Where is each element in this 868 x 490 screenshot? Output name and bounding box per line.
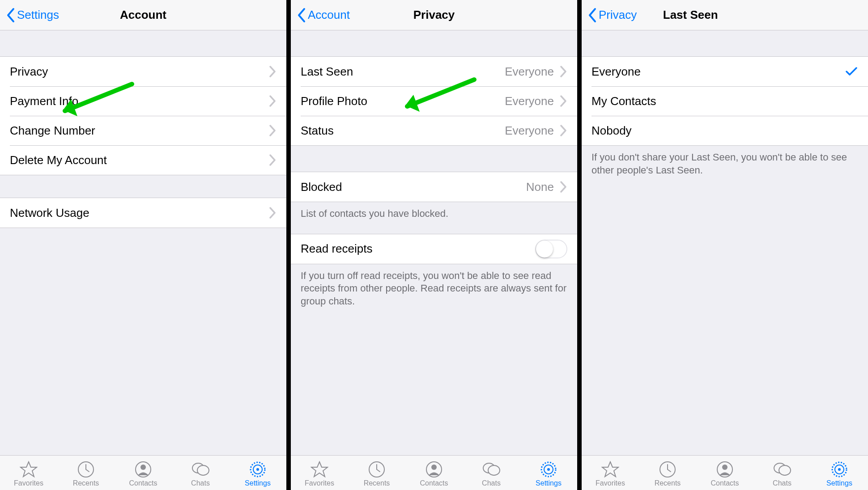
tab-contacts[interactable]: Contacts (405, 460, 463, 487)
tab-recents[interactable]: Recents (57, 460, 115, 487)
tab-label: Favorites (14, 479, 43, 487)
group-network: Network Usage (0, 198, 286, 228)
back-label: Account (308, 8, 350, 22)
tab-label: Recents (73, 479, 99, 487)
row-network-usage[interactable]: Network Usage (0, 198, 286, 228)
tab-bar: Favorites Recents Contacts Chats Setting… (0, 455, 286, 490)
tab-label: Contacts (711, 479, 739, 487)
footer-last-seen: If you don't share your Last Seen, you w… (582, 146, 868, 182)
tab-label: Favorites (305, 479, 334, 487)
tab-favorites[interactable]: Favorites (291, 460, 348, 487)
annotation-arrow-settings-tab (174, 399, 264, 455)
back-label: Privacy (599, 8, 637, 22)
chevron-right-icon (558, 125, 567, 136)
footer-read-receipts: If you turn off read receipts, you won't… (291, 264, 577, 313)
tab-settings[interactable]: Settings (520, 460, 577, 487)
row-value: Everyone (505, 65, 554, 79)
spacer (291, 226, 577, 234)
screen-divider (286, 0, 291, 490)
tab-chats[interactable]: Chats (172, 460, 229, 487)
row-label: Blocked (301, 180, 342, 194)
back-label: Settings (17, 8, 59, 22)
checkmark-icon (846, 66, 858, 77)
content: Privacy Payment Info Change Number Delet… (0, 30, 286, 455)
content: Last Seen Everyone Profile Photo Everyon… (291, 30, 577, 455)
back-button[interactable]: Settings (4, 7, 59, 23)
footer-blocked: List of contacts you have blocked. (291, 202, 577, 226)
row-label: Read receipts (301, 242, 372, 256)
tab-recents[interactable]: Recents (348, 460, 405, 487)
page-title: Privacy (413, 8, 455, 22)
group-visibility: Last Seen Everyone Profile Photo Everyon… (291, 56, 577, 146)
tab-bar: Favorites Recents Contacts Chats Setting… (582, 455, 868, 490)
row-read-receipts[interactable]: Read receipts (291, 234, 577, 264)
read-receipts-switch[interactable] (535, 240, 567, 258)
chevron-right-icon (558, 66, 567, 77)
row-label: Status (301, 124, 334, 138)
chevron-right-icon (558, 181, 567, 193)
row-last-seen[interactable]: Last Seen Everyone (291, 57, 577, 86)
group-read-receipts: Read receipts (291, 234, 577, 264)
tab-recents[interactable]: Recents (639, 460, 696, 487)
tab-contacts[interactable]: Contacts (115, 460, 172, 487)
tab-label: Settings (245, 479, 271, 487)
back-button[interactable]: Privacy (586, 7, 637, 23)
row-label: Payment Info (10, 94, 78, 108)
screen-divider (577, 0, 582, 490)
row-label: Network Usage (10, 206, 89, 220)
tab-label: Chats (191, 479, 210, 487)
row-delete-account[interactable]: Delete My Account (0, 145, 286, 175)
option-nobody[interactable]: Nobody (582, 116, 868, 145)
chevron-right-icon (268, 95, 277, 107)
tab-label: Settings (536, 479, 562, 487)
content: Everyone My Contacts Nobody If you don't… (582, 30, 868, 455)
spacer (0, 175, 286, 198)
back-button[interactable]: Account (295, 7, 350, 23)
tab-chats[interactable]: Chats (463, 460, 520, 487)
page-title: Account (120, 8, 166, 22)
navbar: Privacy Last Seen (582, 0, 868, 30)
tab-chats[interactable]: Chats (753, 460, 811, 487)
tab-favorites[interactable]: Favorites (0, 460, 57, 487)
screen-last-seen: Privacy Last Seen Everyone My Contacts N… (582, 0, 868, 490)
tab-label: Chats (773, 479, 791, 487)
chevron-left-icon (295, 7, 307, 23)
tab-contacts[interactable]: Contacts (696, 460, 753, 487)
row-value: Everyone (505, 94, 554, 108)
spacer (582, 30, 868, 56)
row-status[interactable]: Status Everyone (291, 116, 577, 145)
tab-label: Contacts (420, 479, 448, 487)
tab-label: Settings (826, 479, 852, 487)
row-privacy[interactable]: Privacy (0, 57, 286, 86)
row-label: Change Number (10, 124, 95, 138)
row-change-number[interactable]: Change Number (0, 116, 286, 145)
option-everyone[interactable]: Everyone (582, 57, 868, 86)
screen-privacy: Account Privacy Last Seen Everyone Profi… (291, 0, 577, 490)
row-payment-info[interactable]: Payment Info (0, 86, 286, 116)
chevron-left-icon (586, 7, 598, 23)
tab-label: Contacts (129, 479, 157, 487)
row-profile-photo[interactable]: Profile Photo Everyone (291, 86, 577, 116)
row-label: Privacy (10, 65, 48, 79)
tab-label: Recents (655, 479, 681, 487)
row-value: None (526, 180, 554, 194)
chevron-right-icon (268, 125, 277, 136)
tab-favorites[interactable]: Favorites (582, 460, 639, 487)
row-label: My Contacts (591, 94, 656, 108)
spacer (0, 30, 286, 56)
tab-settings[interactable]: Settings (811, 460, 868, 487)
row-blocked[interactable]: Blocked None (291, 172, 577, 202)
row-label: Delete My Account (10, 153, 107, 167)
row-value: Everyone (505, 124, 554, 138)
option-my-contacts[interactable]: My Contacts (582, 86, 868, 116)
chevron-right-icon (268, 66, 277, 77)
tab-label: Chats (482, 479, 501, 487)
row-label: Profile Photo (301, 94, 367, 108)
group-options: Everyone My Contacts Nobody (582, 56, 868, 146)
row-label: Everyone (591, 65, 641, 79)
chevron-right-icon (558, 95, 567, 107)
navbar: Account Privacy (291, 0, 577, 30)
tab-settings[interactable]: Settings (229, 460, 286, 487)
tab-label: Favorites (596, 479, 625, 487)
chevron-right-icon (268, 207, 277, 219)
